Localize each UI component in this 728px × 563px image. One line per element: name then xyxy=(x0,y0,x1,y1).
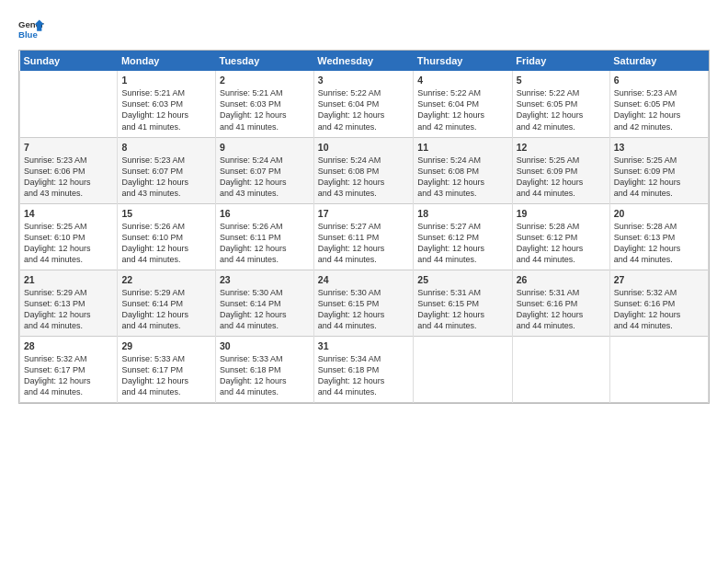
day-info: Sunrise: 5:28 AM Sunset: 6:13 PM Dayligh… xyxy=(614,221,704,266)
calendar-header-row: SundayMondayTuesdayWednesdayThursdayFrid… xyxy=(20,51,709,71)
calendar-cell: 8Sunrise: 5:23 AM Sunset: 6:07 PM Daylig… xyxy=(118,137,216,203)
day-info: Sunrise: 5:23 AM Sunset: 6:05 PM Dayligh… xyxy=(614,87,704,132)
day-info: Sunrise: 5:34 AM Sunset: 6:18 PM Dayligh… xyxy=(318,353,410,398)
day-number: 21 xyxy=(24,273,113,286)
day-info: Sunrise: 5:21 AM Sunset: 6:03 PM Dayligh… xyxy=(121,87,211,132)
calendar-table: SundayMondayTuesdayWednesdayThursdayFrid… xyxy=(19,51,709,403)
calendar-cell: 2Sunrise: 5:21 AM Sunset: 6:03 PM Daylig… xyxy=(216,71,314,137)
calendar-cell: 24Sunrise: 5:30 AM Sunset: 6:15 PM Dayli… xyxy=(313,270,414,336)
day-number: 7 xyxy=(24,141,113,154)
calendar-cell: 30Sunrise: 5:33 AM Sunset: 6:18 PM Dayli… xyxy=(216,336,314,402)
header-tuesday: Tuesday xyxy=(216,51,314,71)
day-info: Sunrise: 5:25 AM Sunset: 6:10 PM Dayligh… xyxy=(24,221,113,266)
day-info: Sunrise: 5:30 AM Sunset: 6:15 PM Dayligh… xyxy=(318,287,410,332)
day-number: 26 xyxy=(517,273,606,286)
day-number: 9 xyxy=(220,141,310,154)
day-number: 4 xyxy=(417,74,507,86)
calendar-cell: 20Sunrise: 5:28 AM Sunset: 6:13 PM Dayli… xyxy=(609,203,708,270)
day-info: Sunrise: 5:24 AM Sunset: 6:08 PM Dayligh… xyxy=(417,155,507,200)
calendar-cell xyxy=(414,336,512,402)
day-info: Sunrise: 5:23 AM Sunset: 6:06 PM Dayligh… xyxy=(24,155,113,200)
header-monday: Monday xyxy=(118,51,216,71)
day-number: 29 xyxy=(121,339,211,352)
calendar-cell: 18Sunrise: 5:27 AM Sunset: 6:12 PM Dayli… xyxy=(414,203,512,270)
calendar-cell: 5Sunrise: 5:22 AM Sunset: 6:05 PM Daylig… xyxy=(512,71,609,137)
day-number: 18 xyxy=(417,207,507,220)
day-info: Sunrise: 5:31 AM Sunset: 6:15 PM Dayligh… xyxy=(417,287,507,332)
calendar-cell: 15Sunrise: 5:26 AM Sunset: 6:10 PM Dayli… xyxy=(118,203,216,270)
calendar-cell: 4Sunrise: 5:22 AM Sunset: 6:04 PM Daylig… xyxy=(414,71,512,137)
calendar-cell: 31Sunrise: 5:34 AM Sunset: 6:18 PM Dayli… xyxy=(313,336,414,402)
page-header: General Blue xyxy=(18,17,710,42)
day-info: Sunrise: 5:22 AM Sunset: 6:04 PM Dayligh… xyxy=(417,87,507,132)
day-info: Sunrise: 5:33 AM Sunset: 6:17 PM Dayligh… xyxy=(121,353,211,398)
day-info: Sunrise: 5:28 AM Sunset: 6:12 PM Dayligh… xyxy=(517,221,606,266)
calendar-cell: 16Sunrise: 5:26 AM Sunset: 6:11 PM Dayli… xyxy=(216,203,314,270)
day-info: Sunrise: 5:27 AM Sunset: 6:11 PM Dayligh… xyxy=(318,221,410,266)
day-info: Sunrise: 5:24 AM Sunset: 6:07 PM Dayligh… xyxy=(220,155,310,200)
calendar-cell: 12Sunrise: 5:25 AM Sunset: 6:09 PM Dayli… xyxy=(512,137,609,203)
day-info: Sunrise: 5:22 AM Sunset: 6:05 PM Dayligh… xyxy=(517,87,606,132)
day-info: Sunrise: 5:26 AM Sunset: 6:10 PM Dayligh… xyxy=(121,221,211,266)
calendar-cell: 26Sunrise: 5:31 AM Sunset: 6:16 PM Dayli… xyxy=(512,270,609,336)
day-number: 12 xyxy=(517,141,606,154)
day-info: Sunrise: 5:30 AM Sunset: 6:14 PM Dayligh… xyxy=(220,287,310,332)
day-info: Sunrise: 5:29 AM Sunset: 6:13 PM Dayligh… xyxy=(24,287,113,332)
header-sunday: Sunday xyxy=(20,51,118,71)
calendar-cell: 14Sunrise: 5:25 AM Sunset: 6:10 PM Dayli… xyxy=(20,203,118,270)
calendar-cell: 3Sunrise: 5:22 AM Sunset: 6:04 PM Daylig… xyxy=(313,71,414,137)
day-number: 5 xyxy=(517,74,606,86)
day-number: 25 xyxy=(417,273,507,286)
header-wednesday: Wednesday xyxy=(313,51,414,71)
header-friday: Friday xyxy=(512,51,609,71)
day-number: 20 xyxy=(614,207,704,220)
day-number: 17 xyxy=(318,207,410,220)
day-info: Sunrise: 5:29 AM Sunset: 6:14 PM Dayligh… xyxy=(121,287,211,332)
calendar-week-2: 7Sunrise: 5:23 AM Sunset: 6:06 PM Daylig… xyxy=(20,137,709,203)
header-saturday: Saturday xyxy=(609,51,708,71)
calendar-cell xyxy=(20,71,118,137)
day-number: 15 xyxy=(121,207,211,220)
calendar-cell: 10Sunrise: 5:24 AM Sunset: 6:08 PM Dayli… xyxy=(313,137,414,203)
day-number: 16 xyxy=(220,207,310,220)
day-number: 11 xyxy=(417,141,507,154)
calendar-cell: 27Sunrise: 5:32 AM Sunset: 6:16 PM Dayli… xyxy=(609,270,708,336)
calendar-cell: 23Sunrise: 5:30 AM Sunset: 6:14 PM Dayli… xyxy=(216,270,314,336)
day-info: Sunrise: 5:27 AM Sunset: 6:12 PM Dayligh… xyxy=(417,221,507,266)
day-number: 8 xyxy=(121,141,211,154)
day-number: 23 xyxy=(220,273,310,286)
day-info: Sunrise: 5:33 AM Sunset: 6:18 PM Dayligh… xyxy=(220,353,310,398)
calendar-cell: 17Sunrise: 5:27 AM Sunset: 6:11 PM Dayli… xyxy=(313,203,414,270)
calendar-cell: 6Sunrise: 5:23 AM Sunset: 6:05 PM Daylig… xyxy=(609,71,708,137)
day-number: 1 xyxy=(121,74,211,86)
day-number: 10 xyxy=(318,141,410,154)
calendar-week-3: 14Sunrise: 5:25 AM Sunset: 6:10 PM Dayli… xyxy=(20,203,709,270)
day-info: Sunrise: 5:25 AM Sunset: 6:09 PM Dayligh… xyxy=(614,155,704,200)
calendar-cell: 19Sunrise: 5:28 AM Sunset: 6:12 PM Dayli… xyxy=(512,203,609,270)
day-number: 30 xyxy=(220,339,310,352)
day-number: 28 xyxy=(24,339,113,352)
logo-icon: General Blue xyxy=(18,17,44,42)
day-number: 31 xyxy=(318,339,410,352)
day-number: 19 xyxy=(517,207,606,220)
day-number: 27 xyxy=(614,273,704,286)
day-number: 13 xyxy=(614,141,704,154)
logo: General Blue xyxy=(18,17,44,42)
day-number: 14 xyxy=(24,207,113,220)
calendar-cell xyxy=(512,336,609,402)
day-info: Sunrise: 5:26 AM Sunset: 6:11 PM Dayligh… xyxy=(220,221,310,266)
day-info: Sunrise: 5:23 AM Sunset: 6:07 PM Dayligh… xyxy=(121,155,211,200)
day-info: Sunrise: 5:22 AM Sunset: 6:04 PM Dayligh… xyxy=(318,87,410,132)
day-number: 6 xyxy=(614,74,704,86)
day-info: Sunrise: 5:24 AM Sunset: 6:08 PM Dayligh… xyxy=(318,155,410,200)
day-info: Sunrise: 5:32 AM Sunset: 6:16 PM Dayligh… xyxy=(614,287,704,332)
calendar-cell: 13Sunrise: 5:25 AM Sunset: 6:09 PM Dayli… xyxy=(609,137,708,203)
calendar-week-5: 28Sunrise: 5:32 AM Sunset: 6:17 PM Dayli… xyxy=(20,336,709,402)
calendar-cell: 25Sunrise: 5:31 AM Sunset: 6:15 PM Dayli… xyxy=(414,270,512,336)
header-thursday: Thursday xyxy=(414,51,512,71)
calendar-cell: 7Sunrise: 5:23 AM Sunset: 6:06 PM Daylig… xyxy=(20,137,118,203)
calendar-week-1: 1Sunrise: 5:21 AM Sunset: 6:03 PM Daylig… xyxy=(20,71,709,137)
calendar-cell: 9Sunrise: 5:24 AM Sunset: 6:07 PM Daylig… xyxy=(216,137,314,203)
day-info: Sunrise: 5:21 AM Sunset: 6:03 PM Dayligh… xyxy=(220,87,310,132)
calendar-cell: 29Sunrise: 5:33 AM Sunset: 6:17 PM Dayli… xyxy=(118,336,216,402)
